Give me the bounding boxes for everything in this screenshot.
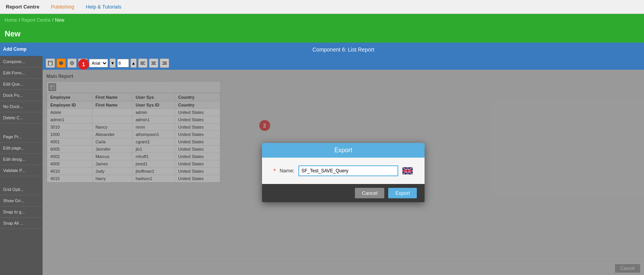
sidebar: Add Comp Compone... Edit Form... Edit Qu… <box>0 43 43 275</box>
sidebar-item-component[interactable]: Compone... <box>0 56 43 67</box>
report-area[interactable]: Main Report Employee First Name User Sys <box>43 70 644 275</box>
sidebar-item-snap-all[interactable]: Snap All ... <box>0 218 43 229</box>
component-header: Component 6: List Report <box>43 43 644 57</box>
sidebar-item-edit-form[interactable]: Edit Form... <box>0 67 43 79</box>
export-confirm-button[interactable]: Export <box>388 188 417 198</box>
export-dialog-footer: Cancel Export <box>262 184 425 202</box>
sidebar-item-page-pr[interactable]: Page Pr... <box>0 131 43 143</box>
align-center-btn[interactable] <box>149 58 158 68</box>
sidebar-item-no-dock[interactable]: No Dock... <box>0 101 43 112</box>
required-marker: * <box>274 168 276 174</box>
sidebar-item-edit-page[interactable]: Edit page... <box>0 143 43 154</box>
toolbar-save-btn[interactable] <box>46 58 55 68</box>
sidebar-item-snap-to[interactable]: Snap to g... <box>0 206 43 218</box>
sidebar-item-grid-opt[interactable]: Grid Opti... <box>0 184 43 195</box>
page-title-bar: New <box>0 26 644 43</box>
component-title: Component 6: List Report <box>312 46 374 53</box>
font-size-input[interactable] <box>117 59 129 67</box>
content-area: 1 Component 6: List Report Arial ▼ <box>43 43 644 275</box>
modal-overlay: Export * Name: <box>43 70 644 275</box>
toolbar: Arial ▼ ▲ <box>43 57 644 70</box>
nav-publishing[interactable]: Publishing <box>49 4 76 10</box>
nav-report-centre[interactable]: Report Centre <box>4 4 41 10</box>
export-dialog: Export * Name: <box>262 143 425 202</box>
sidebar-item-delete-c[interactable]: Delete C... <box>0 112 43 124</box>
breadcrumb-report-centre[interactable]: Report Centre <box>21 17 50 23</box>
export-name-input[interactable] <box>298 165 398 176</box>
align-left-btn[interactable] <box>138 58 147 68</box>
main-layout: Add Comp Compone... Edit Form... Edit Qu… <box>0 43 644 275</box>
export-cancel-button[interactable]: Cancel <box>355 188 384 198</box>
sidebar-item-edit-design[interactable]: Edit desig... <box>0 154 43 165</box>
toolbar-active-btn[interactable] <box>57 58 66 68</box>
export-dialog-header: Export <box>262 143 425 158</box>
sidebar-item-edit-query[interactable]: Edit Que... <box>0 79 43 90</box>
sidebar-item-validate[interactable]: Validate P... <box>0 165 43 176</box>
step-badge-1: 1 <box>78 59 89 70</box>
sidebar-item-dock-po[interactable]: Dock Po... <box>0 90 43 101</box>
flag-icon[interactable] <box>402 167 413 175</box>
svg-point-5 <box>72 63 73 64</box>
svg-rect-2 <box>49 64 51 65</box>
sidebar-item-show-gri[interactable]: Show Gri... <box>0 195 43 206</box>
nav-help-tutorials[interactable]: Help & Tutorials <box>84 4 123 10</box>
font-size-up-btn[interactable]: ▲ <box>130 58 137 68</box>
svg-rect-1 <box>49 61 51 63</box>
export-dialog-body: * Name: <box>262 158 425 184</box>
page-title: New <box>5 29 21 38</box>
align-right-btn[interactable] <box>160 58 169 68</box>
name-label: Name: <box>279 168 294 174</box>
svg-point-3 <box>59 61 63 65</box>
breadcrumb-new: New <box>55 17 64 23</box>
breadcrumb: Home / Report Centre / New <box>0 14 644 26</box>
breadcrumb-home[interactable]: Home <box>5 17 17 23</box>
export-title: Export <box>334 147 352 153</box>
add-comp-button[interactable]: Add Comp <box>0 43 43 56</box>
top-nav: Report Centre Publishing Help & Tutorial… <box>0 0 644 14</box>
toolbar-settings-btn[interactable] <box>67 58 77 68</box>
font-size-dropdown-btn[interactable]: ▼ <box>110 58 116 68</box>
font-family-select[interactable]: Arial <box>89 59 108 67</box>
